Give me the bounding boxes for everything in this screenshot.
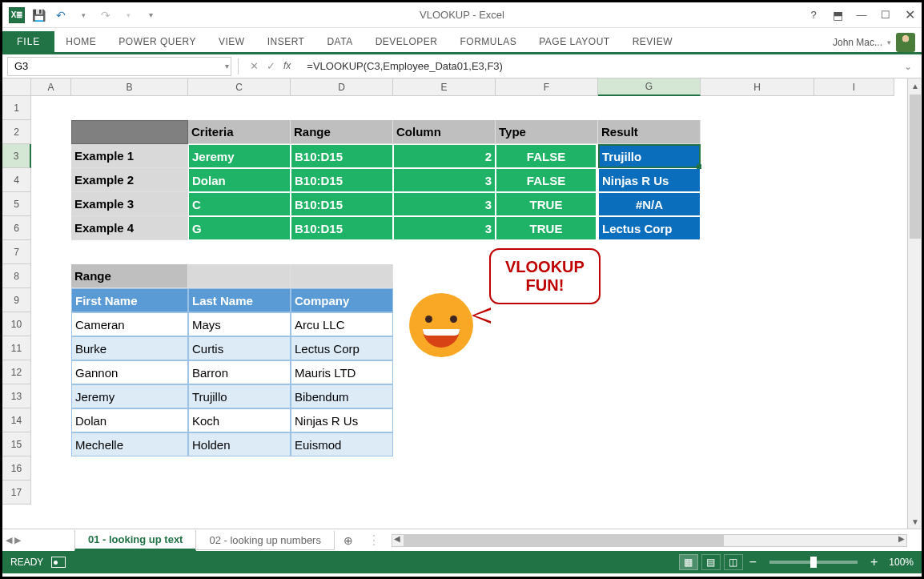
cell-B14[interactable]: Dolan [71,408,188,432]
cell-B2[interactable] [71,120,188,144]
maximize-button[interactable]: ☐ [874,6,898,25]
enter-icon[interactable]: ✓ [267,60,275,72]
cell-B5[interactable]: Example 3 [71,192,188,216]
row-header-5[interactable]: 5 [2,192,31,216]
cell-E4[interactable]: 3 [393,168,496,192]
macro-record-icon[interactable] [51,557,66,568]
cell-C13[interactable]: Trujillo [188,384,291,408]
ribbon-options-button[interactable]: ⬒ [826,6,850,25]
cell-D4[interactable]: B10:D15 [291,168,393,192]
row-header-8[interactable]: 8 [2,264,31,288]
formula-input[interactable] [302,57,893,76]
cell-D14[interactable]: Ninjas R Us [291,408,393,432]
scroll-left-icon[interactable]: ◀ [394,534,400,543]
row-header-17[interactable]: 17 [2,480,31,505]
cell-B9[interactable]: First Name [71,288,188,312]
cell-C2[interactable]: Criteria [188,120,291,144]
row-header-4[interactable]: 4 [2,168,31,192]
column-header-D[interactable]: D [291,78,393,96]
column-header-C[interactable]: C [188,78,291,96]
zoom-out-button[interactable]: − [746,555,760,569]
zoom-slider[interactable] [769,561,858,564]
row-header-1[interactable]: 1 [2,96,31,120]
redo-dropdown[interactable]: ▾ [119,6,137,24]
column-header-F[interactable]: F [496,78,598,96]
cell-F3[interactable]: FALSE [496,144,598,168]
row-header-7[interactable]: 7 [2,240,31,264]
row-header-3[interactable]: 3 [2,144,31,168]
ribbon-tab-formulas[interactable]: FORMULAS [449,31,528,52]
cell-E6[interactable]: 3 [393,216,496,240]
scroll-up-icon[interactable]: ▲ [908,78,922,93]
select-all-corner[interactable] [2,78,31,96]
cell-G6[interactable]: Lectus Corp [598,216,701,240]
qat-customize[interactable]: ▾ [142,6,159,24]
ribbon-tab-review[interactable]: REVIEW [621,31,684,52]
name-box-dropdown-icon[interactable]: ▾ [225,62,229,70]
cell-C3[interactable]: Jeremy [188,144,291,168]
row-header-16[interactable]: 16 [2,456,31,480]
row-header-15[interactable]: 15 [2,432,31,456]
cell-C4[interactable]: Dolan [188,168,291,192]
cell-D9[interactable]: Company [291,288,393,312]
cell-D12[interactable]: Mauris LTD [291,360,393,384]
ribbon-tab-home[interactable]: HOME [54,31,107,52]
scroll-down-icon[interactable]: ▼ [908,514,922,529]
undo-button[interactable]: ↶ [52,6,70,24]
cell-D6[interactable]: B10:D15 [291,216,393,240]
sheet-nav[interactable]: ◀ ▶ [2,529,24,551]
ribbon-tab-developer[interactable]: DEVELOPER [364,31,449,52]
page-break-view-button[interactable]: ◫ [724,554,743,570]
horizontal-scrollbar[interactable]: ◀ ▶ [392,534,907,547]
worksheet-grid[interactable]: ABCDEFGHI 1234567891011121314151617 Crit… [2,78,922,529]
cell-D15[interactable]: Euismod [291,432,393,456]
cell-C12[interactable]: Barron [188,360,291,384]
column-header-A[interactable]: A [31,78,71,96]
cells-area[interactable]: CriteriaRangeColumnTypeResultExample 1Je… [31,96,894,505]
cell-E5[interactable]: 3 [393,192,496,216]
cell-F2[interactable]: Type [496,120,598,144]
cell-G2[interactable]: Result [598,120,701,144]
cell-C9[interactable]: Last Name [188,288,291,312]
cell-C5[interactable]: C [188,192,291,216]
cell-G5[interactable]: #N/A [598,192,701,216]
cell-G3[interactable]: Trujillo [598,144,701,168]
ribbon-tab-powerquery[interactable]: POWER QUERY [107,31,207,52]
row-header-10[interactable]: 10 [2,312,31,336]
ribbon-tab-pagelayout[interactable]: PAGE LAYOUT [528,31,621,52]
minimize-button[interactable]: — [850,6,874,25]
cell-B10[interactable]: Cameran [71,312,188,336]
add-sheet-button[interactable]: ⊕ [334,534,363,547]
zoom-level[interactable]: 100% [889,557,914,568]
row-header-11[interactable]: 11 [2,336,31,360]
close-button[interactable]: ✕ [898,6,922,25]
cell-D2[interactable]: Range [291,120,393,144]
page-layout-view-button[interactable]: ▤ [701,554,721,570]
cell-C10[interactable]: Mays [188,312,291,336]
name-box[interactable]: G3 ▾ [7,57,231,76]
cell-D10[interactable]: Arcu LLC [291,312,393,336]
ribbon-tab-data[interactable]: DATA [315,31,364,52]
scroll-right-icon[interactable]: ▶ [898,534,905,543]
cell-D13[interactable]: Bibendum [291,384,393,408]
hscroll-thumb[interactable] [404,535,724,546]
scroll-thumb[interactable] [910,94,921,239]
column-header-G[interactable]: G [598,78,701,96]
column-header-H[interactable]: H [701,78,814,96]
cell-D11[interactable]: Lectus Corp [291,336,393,360]
normal-view-button[interactable]: ▦ [679,554,698,570]
cell-G4[interactable]: Ninjas R Us [598,168,701,192]
row-header-2[interactable]: 2 [2,120,31,144]
cell-D3[interactable]: B10:D15 [291,144,393,168]
cell-C6[interactable]: G [188,216,291,240]
file-tab[interactable]: FILE [2,31,54,52]
cell-B12[interactable]: Gannon [71,360,188,384]
column-header-B[interactable]: B [71,78,188,96]
cell-F6[interactable]: TRUE [496,216,598,240]
cell-F5[interactable]: TRUE [496,192,598,216]
zoom-thumb[interactable] [810,557,817,568]
cell-B11[interactable]: Burke [71,336,188,360]
row-header-14[interactable]: 14 [2,408,31,432]
cell-D8[interactable] [291,264,393,288]
row-header-13[interactable]: 13 [2,384,31,408]
